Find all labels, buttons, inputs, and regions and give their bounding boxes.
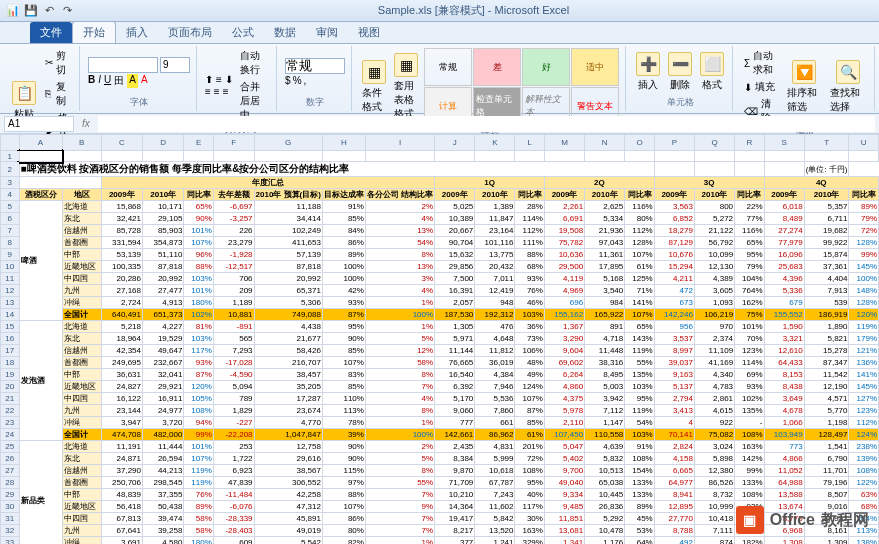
font-size-input[interactable] — [160, 57, 190, 73]
ribbon: 📋粘贴 ✂剪切 ⎘复制 🖌格式刷 剪贴板 BIU田AA 字体 ⬆≡⬇ ≡≡≡ 自… — [0, 44, 879, 114]
cut-button[interactable]: ✂剪切 — [42, 48, 73, 78]
ribbon-tabs: 文件 开始 插入 页面布局 公式 数据 审阅 视图 — [0, 22, 879, 44]
group-styles: ▦条件格式 ▦套用表格格式 常规 差 好 适中 计算 检查单元格 解释性文本 警… — [354, 46, 626, 111]
group-align: ⬆≡⬇ ≡≡≡ 自动换行 合并后居中 对齐方式 — [199, 46, 277, 111]
tab-formula[interactable]: 公式 — [222, 22, 264, 43]
scissors-icon: ✂ — [45, 57, 53, 69]
tab-view[interactable]: 视图 — [348, 22, 390, 43]
tab-layout[interactable]: 页面布局 — [158, 22, 222, 43]
tab-review[interactable]: 审阅 — [306, 22, 348, 43]
fill-color-button[interactable]: A — [127, 74, 138, 88]
formula-input[interactable] — [98, 116, 875, 132]
excel-icon: 📊 — [6, 4, 20, 18]
table-format-button[interactable]: ▦套用表格格式 — [392, 51, 420, 123]
tab-file[interactable]: 文件 — [30, 22, 72, 43]
sigma-icon: Σ — [744, 58, 750, 69]
cond-format-button[interactable]: ▦条件格式 — [360, 58, 388, 116]
currency-icon[interactable]: $ — [285, 75, 291, 86]
name-box[interactable]: A1 — [4, 116, 74, 132]
select-all-corner[interactable] — [1, 135, 20, 151]
group-number: $%, 数字 — [279, 46, 352, 111]
group-edit: Σ自动求和 ⬇填充 ⌫清除 🔽排序和筛选 🔍查找和选择 编辑 — [735, 46, 875, 111]
title-bar: 📊 💾 ↶ ↷ Sample.xls [兼容模式] - Microsoft Ex… — [0, 0, 879, 22]
style-normal[interactable]: 常规 — [424, 48, 472, 86]
undo-icon[interactable]: ↶ — [42, 4, 56, 18]
bold-button[interactable]: B — [88, 74, 95, 88]
group-clipboard: 📋粘贴 ✂剪切 ⎘复制 🖌格式刷 剪贴板 — [4, 46, 80, 111]
fill-icon: ⬇ — [744, 82, 752, 93]
group-cells: ➕插入 ➖删除 ⬜格式 单元格 — [628, 46, 733, 111]
wrap-button[interactable]: 自动换行 — [237, 48, 270, 78]
worksheet-grid[interactable]: ABCDEFGHIJKLMNOPQRSTU 12■啤酒类饮料 按酒税区分的销售额… — [0, 134, 879, 544]
save-icon[interactable]: 💾 — [24, 4, 38, 18]
formula-bar: A1 fx — [0, 114, 879, 134]
worksheet-area[interactable]: ABCDEFGHIJKLMNOPQRSTU 12■啤酒类饮料 按酒税区分的销售额… — [0, 134, 879, 544]
border-button[interactable]: 田 — [114, 74, 124, 88]
delete-cells-button[interactable]: ➖删除 — [666, 50, 694, 94]
percent-icon[interactable]: % — [293, 75, 302, 86]
fx-icon[interactable]: fx — [76, 118, 96, 129]
align-left-icon[interactable]: ≡ — [205, 86, 211, 97]
tab-insert[interactable]: 插入 — [116, 22, 158, 43]
copy-icon: ⎘ — [45, 88, 53, 100]
window-title: Sample.xls [兼容模式] - Microsoft Excel — [74, 3, 873, 18]
style-neutral[interactable]: 适中 — [571, 48, 619, 86]
font-name-input[interactable] — [88, 57, 158, 73]
align-top-icon[interactable]: ⬆ — [205, 74, 213, 85]
sort-button[interactable]: 🔽排序和筛选 — [785, 58, 825, 116]
insert-cells-button[interactable]: ➕插入 — [634, 50, 662, 94]
font-color-button[interactable]: A — [141, 74, 148, 88]
quick-access-toolbar: 📊 💾 ↶ ↷ — [6, 4, 74, 18]
align-bot-icon[interactable]: ⬇ — [225, 74, 233, 85]
watermark: ▣ Office 教程网 — [736, 506, 869, 534]
find-button[interactable]: 🔍查找和选择 — [828, 58, 868, 116]
style-good[interactable]: 好 — [522, 48, 570, 86]
number-format-select[interactable] — [285, 58, 345, 74]
tab-home[interactable]: 开始 — [72, 21, 116, 43]
office-badge-icon: ▣ — [736, 506, 764, 534]
italic-button[interactable]: I — [98, 74, 101, 88]
format-cells-button[interactable]: ⬜格式 — [698, 50, 726, 94]
autosum-button[interactable]: Σ自动求和 — [741, 48, 780, 78]
style-bad[interactable]: 差 — [473, 48, 521, 86]
col-header[interactable]: A — [19, 135, 62, 151]
comma-icon[interactable]: , — [304, 75, 307, 86]
align-mid-icon[interactable]: ≡ — [216, 74, 222, 85]
group-font: BIU田AA 字体 — [82, 46, 197, 111]
fill-button[interactable]: ⬇填充 — [741, 79, 780, 95]
copy-button[interactable]: ⎘复制 — [42, 79, 73, 109]
underline-button[interactable]: U — [104, 74, 111, 88]
align-center-icon[interactable]: ≡ — [214, 86, 220, 97]
tab-data[interactable]: 数据 — [264, 22, 306, 43]
redo-icon[interactable]: ↷ — [60, 4, 74, 18]
align-right-icon[interactable]: ≡ — [223, 86, 229, 97]
